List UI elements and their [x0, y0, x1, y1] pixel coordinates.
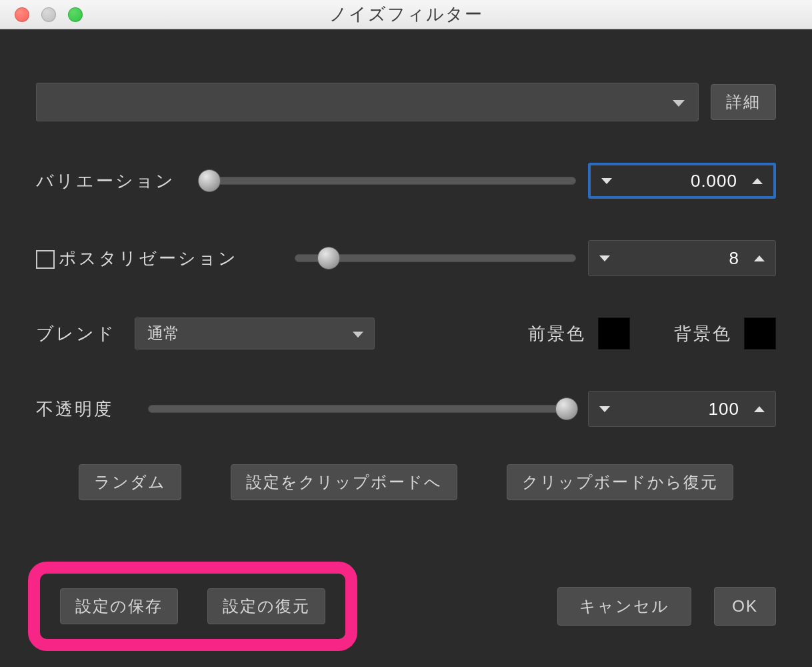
restore-settings-button[interactable]: 設定の復元 [207, 588, 325, 624]
variation-value[interactable]: 0.000 [623, 165, 741, 196]
background-swatch[interactable] [744, 317, 776, 350]
posterization-label-text: ポスタリゼーション [59, 247, 238, 270]
random-button[interactable]: ランダム [79, 464, 181, 500]
opacity-increment[interactable] [743, 392, 775, 426]
window-close-button[interactable] [15, 7, 29, 22]
posterization-checkbox[interactable] [36, 250, 55, 269]
bottom-actions: 設定の保存 設定の復元 キャンセル OK [36, 562, 776, 651]
opacity-value[interactable]: 100 [621, 392, 743, 426]
posterization-increment[interactable] [743, 241, 775, 275]
dialog-confirm-actions: キャンセル OK [557, 587, 776, 626]
preset-row: 詳細 [36, 83, 776, 121]
restore-from-clipboard-button[interactable]: クリップボードから復元 [507, 464, 733, 500]
ok-button[interactable]: OK [714, 587, 776, 626]
posterization-checkbox-label[interactable]: ポスタリゼーション [36, 247, 283, 270]
opacity-spinbox[interactable]: 100 [588, 391, 776, 427]
blend-dropdown[interactable]: 通常 [135, 317, 375, 350]
window-zoom-button[interactable] [68, 7, 83, 22]
background-label: 背景色 [674, 322, 732, 346]
posterization-slider-thumb[interactable] [317, 247, 340, 269]
variation-label: バリエーション [36, 169, 189, 193]
opacity-slider[interactable] [148, 397, 576, 421]
foreground-swatch[interactable] [598, 317, 630, 350]
variation-decrement[interactable] [591, 165, 623, 196]
posterization-decrement[interactable] [589, 241, 621, 275]
posterization-row: ポスタリゼーション 8 [36, 240, 776, 276]
cancel-button[interactable]: キャンセル [557, 587, 691, 626]
variation-spinbox[interactable]: 0.000 [588, 163, 776, 199]
clipboard-actions: ランダム 設定をクリップボードへ クリップボードから復元 [36, 464, 776, 500]
opacity-label: 不透明度 [36, 398, 136, 421]
save-settings-button[interactable]: 設定の保存 [60, 588, 178, 624]
opacity-decrement[interactable] [589, 392, 621, 426]
blend-row: ブレンド 通常 前景色 背景色 [36, 317, 776, 350]
window-minimize-button[interactable] [41, 7, 56, 22]
posterization-slider[interactable] [295, 246, 576, 270]
preset-dropdown[interactable] [36, 83, 699, 121]
titlebar: ノイズフィルター [0, 0, 812, 29]
traffic-lights [0, 7, 83, 22]
variation-slider-thumb[interactable] [198, 169, 221, 192]
detail-button[interactable]: 詳細 [711, 84, 776, 120]
posterization-value[interactable]: 8 [621, 241, 743, 275]
window-title: ノイズフィルター [0, 3, 812, 26]
annotation-highlight: 設定の保存 設定の復元 [28, 562, 357, 651]
opacity-row: 不透明度 100 [36, 391, 776, 427]
posterization-spinbox[interactable]: 8 [588, 240, 776, 276]
foreground-label: 前景色 [528, 322, 586, 346]
opacity-slider-thumb[interactable] [555, 398, 578, 420]
variation-row: バリエーション 0.000 [36, 163, 776, 199]
variation-slider[interactable] [201, 169, 576, 193]
noise-filter-dialog: ノイズフィルター 詳細 バリエーション 0.000 [0, 0, 812, 667]
copy-to-clipboard-button[interactable]: 設定をクリップボードへ [231, 464, 457, 500]
variation-increment[interactable] [741, 165, 773, 196]
blend-label: ブレンド [36, 322, 123, 346]
blend-selected: 通常 [147, 323, 179, 344]
